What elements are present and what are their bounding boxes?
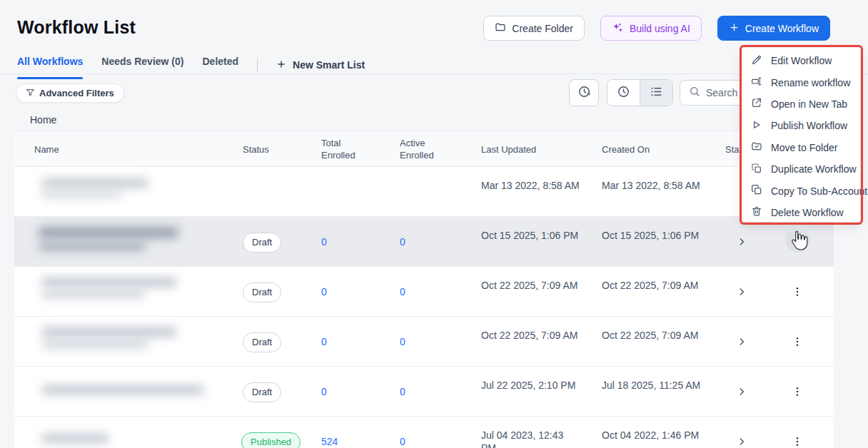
tab-all-workflows[interactable]: All Workflows xyxy=(17,56,83,74)
total-enrolled-link[interactable]: 524 xyxy=(321,435,338,448)
external-link-icon xyxy=(751,97,762,111)
column-header-active-enrolled: Active Enrolled xyxy=(400,137,444,161)
copy-icon xyxy=(751,184,762,198)
menu-item-label: Edit Workflow xyxy=(771,55,832,66)
total-enrolled-link[interactable]: 0 xyxy=(321,285,327,298)
table-row[interactable]: Draft00Oct 22 2025, 7:09 AMOct 22 2025, … xyxy=(14,317,834,367)
table-row[interactable]: Draft00Oct 22 2025, 7:09 AMOct 22 2025, … xyxy=(14,267,834,317)
tab-deleted[interactable]: Deleted xyxy=(202,56,238,74)
menu-item-label: Delete Workflow xyxy=(771,207,844,218)
mouse-hand-cursor xyxy=(789,230,808,254)
menu-item-label: Move to Folder xyxy=(771,142,837,153)
chevron-right-icon[interactable] xyxy=(734,384,750,399)
history-icon xyxy=(577,85,591,101)
menu-item-label: Copy To Sub-Account xyxy=(771,185,867,197)
active-enrolled-link[interactable]: 0 xyxy=(400,435,405,448)
menu-item-edit-workflow[interactable]: Edit Workflow xyxy=(742,50,860,71)
created-on-value: Jul 18 2025, 11:25 AM xyxy=(602,379,702,392)
new-smart-list-button[interactable]: New Smart List xyxy=(276,59,365,71)
active-enrolled-link[interactable]: 0 xyxy=(400,285,405,298)
active-enrolled-link[interactable]: 0 xyxy=(400,335,405,348)
list-icon xyxy=(650,85,663,101)
page-title: Workflow List xyxy=(17,17,136,38)
last-updated-value: Mar 13 2022, 8:58 AM xyxy=(481,179,581,192)
row-actions-kebab-button[interactable] xyxy=(789,334,805,350)
list-view-toggle[interactable] xyxy=(640,80,672,106)
play-icon xyxy=(751,119,762,133)
active-enrolled-link[interactable]: 0 xyxy=(400,235,405,248)
column-header-last-updated: Last Updated xyxy=(481,143,567,156)
view-toggle xyxy=(607,79,673,106)
table-header-row: NameStatusTotal EnrolledActive EnrolledL… xyxy=(14,131,834,167)
table-row[interactable]: Draft00Jul 22 2025, 2:10 PMJul 18 2025, … xyxy=(14,367,834,417)
redacted-workflow-name xyxy=(41,327,177,337)
column-header-total-enrolled: Total Enrolled xyxy=(321,137,365,161)
chevron-right-icon[interactable] xyxy=(734,334,750,350)
row-actions-kebab-button[interactable] xyxy=(789,284,805,300)
breadcrumb[interactable]: Home xyxy=(30,114,56,126)
menu-item-label: Duplicate Workflow xyxy=(771,163,857,175)
table-row[interactable]: Published5240Jul 04 2023, 12:43 PMOct 04… xyxy=(14,417,834,448)
row-actions-kebab-button[interactable] xyxy=(789,384,805,399)
redacted-workflow-name xyxy=(41,178,148,188)
redacted-workflow-name xyxy=(41,191,121,198)
create-folder-button[interactable]: Create Folder xyxy=(483,16,585,41)
created-on-value: Oct 04 2022, 1:46 PM xyxy=(602,429,702,442)
menu-item-delete-workflow[interactable]: Delete Workflow xyxy=(742,202,860,223)
total-enrolled-link[interactable]: 0 xyxy=(321,385,327,398)
status-badge: Draft xyxy=(243,382,281,402)
created-on-value: Oct 15 2025, 1:06 PM xyxy=(602,229,702,242)
folder-icon xyxy=(495,21,506,35)
folder-check-icon xyxy=(751,141,762,154)
menu-item-label: Open in New Tab xyxy=(771,98,847,110)
redacted-workflow-name xyxy=(41,385,204,394)
redacted-workflow-name xyxy=(41,290,145,298)
menu-item-label: Publish Workflow xyxy=(771,120,847,131)
redacted-workflow-name xyxy=(39,227,178,238)
table-row[interactable]: Mar 13 2022, 8:58 AMMar 13 2022, 8:58 AM xyxy=(14,167,834,217)
rename-icon xyxy=(751,76,762,89)
advanced-filters-button[interactable]: Advanced Filters xyxy=(16,83,124,103)
plus-icon xyxy=(729,22,740,35)
recent-view-toggle[interactable] xyxy=(607,80,640,106)
create-workflow-button[interactable]: Create Workflow xyxy=(717,16,830,41)
redacted-workflow-name xyxy=(41,278,177,287)
last-updated-value: Oct 15 2025, 1:06 PM xyxy=(481,229,581,242)
menu-item-open-in-new-tab[interactable]: Open in New Tab xyxy=(742,93,860,115)
total-enrolled-link[interactable]: 0 xyxy=(321,335,327,348)
row-context-menu: Edit WorkflowRename workflowOpen in New … xyxy=(742,48,860,222)
chevron-right-icon[interactable] xyxy=(734,284,750,300)
menu-item-move-to-folder[interactable]: Move to Folder xyxy=(742,137,860,158)
clock-icon xyxy=(617,85,630,101)
created-on-value: Mar 13 2022, 8:58 AM xyxy=(602,179,702,192)
tab-bar: All WorkflowsNeeds Review (0)DeletedNew … xyxy=(17,56,365,74)
active-enrolled-link[interactable]: 0 xyxy=(400,385,405,398)
status-badge: Published xyxy=(241,432,301,448)
created-on-value: Oct 22 2025, 7:09 AM xyxy=(602,329,702,342)
menu-item-copy-to-sub-account[interactable]: Copy To Sub-Account xyxy=(742,180,860,201)
column-header-created-on: Created On xyxy=(602,143,687,156)
redacted-workflow-name xyxy=(41,434,109,443)
last-updated-value: Oct 22 2025, 7:09 AM xyxy=(481,279,581,292)
advanced-filters-label: Advanced Filters xyxy=(39,88,114,98)
chevron-right-icon[interactable] xyxy=(734,234,750,250)
tab-divider xyxy=(257,58,258,72)
history-button[interactable] xyxy=(569,79,599,106)
chevron-right-icon[interactable] xyxy=(734,434,750,448)
pencil-icon xyxy=(751,54,762,68)
row-actions-kebab-button[interactable] xyxy=(789,434,805,448)
trash-icon xyxy=(751,205,762,219)
created-on-value: Oct 22 2025, 7:09 AM xyxy=(602,279,702,292)
status-badge: Draft xyxy=(243,332,281,352)
redacted-workflow-name xyxy=(41,340,148,348)
menu-item-duplicate-workflow[interactable]: Duplicate Workflow xyxy=(742,158,860,180)
total-enrolled-link[interactable]: 0 xyxy=(321,235,327,248)
last-updated-value: Oct 22 2025, 7:09 AM xyxy=(481,329,581,342)
menu-item-rename-workflow[interactable]: Rename workflow xyxy=(742,71,860,93)
table-row[interactable]: Draft00Oct 15 2025, 1:06 PMOct 15 2025, … xyxy=(14,217,834,267)
duplicate-icon xyxy=(751,163,762,176)
build-using-ai-button[interactable]: Build using AI xyxy=(600,16,702,41)
sparkles-icon xyxy=(612,21,624,36)
tab-needs-review-0[interactable]: Needs Review (0) xyxy=(101,56,183,74)
menu-item-publish-workflow[interactable]: Publish Workflow xyxy=(742,115,860,136)
